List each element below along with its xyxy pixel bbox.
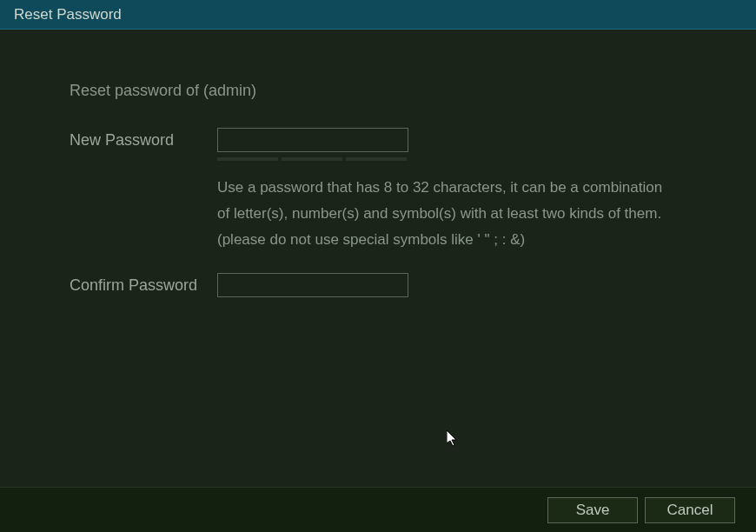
mouse-cursor-icon [447,430,461,448]
new-password-input[interactable] [217,128,408,152]
password-help-text: Use a password that has 8 to 32 characte… [217,175,678,252]
content-area: Reset password of (admin) New Password U… [0,30,756,297]
button-bar: Save Cancel [0,487,756,532]
new-password-row: New Password Use a password that has 8 t… [70,128,686,252]
confirm-password-label: Confirm Password [70,273,217,295]
new-password-label: New Password [70,128,217,150]
strength-bar-1 [217,157,278,161]
strength-bar-3 [346,157,407,161]
save-button[interactable]: Save [547,497,638,523]
new-password-control: Use a password that has 8 to 32 characte… [217,128,686,252]
form-subtitle: Reset password of (admin) [70,82,686,100]
titlebar: Reset Password [0,0,756,30]
titlebar-title: Reset Password [14,6,122,23]
strength-bar-2 [282,157,342,161]
cancel-button[interactable]: Cancel [645,497,735,523]
confirm-password-row: Confirm Password [70,273,686,297]
password-strength-meter [217,157,686,161]
confirm-password-input[interactable] [217,273,408,297]
confirm-password-control [217,273,686,297]
